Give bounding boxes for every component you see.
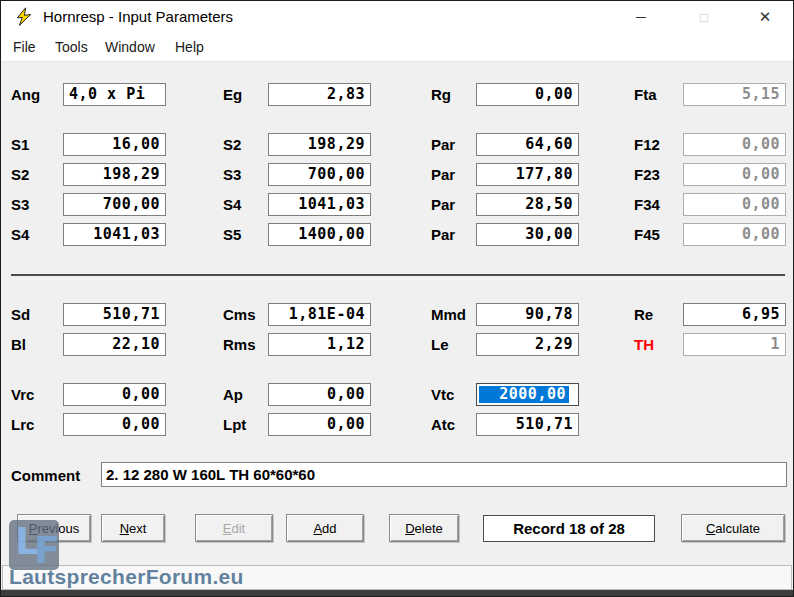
next-button-label: Next bbox=[120, 521, 147, 536]
label-cms: Cms bbox=[223, 303, 256, 326]
label-rg: Rg bbox=[431, 83, 451, 106]
field-s1[interactable]: 16,00 bbox=[63, 133, 166, 156]
menu-file[interactable]: File bbox=[11, 34, 38, 60]
label-lrc: Lrc bbox=[11, 413, 34, 436]
comment-field[interactable]: 2. 12 280 W 160L TH 60*60*60 bbox=[101, 462, 787, 487]
label-vrc: Vrc bbox=[11, 383, 34, 406]
field-s5[interactable]: 1400,00 bbox=[268, 223, 371, 246]
field-s2a[interactable]: 198,29 bbox=[268, 133, 371, 156]
window-bottom-edge bbox=[1, 590, 793, 597]
field-f23: 0,00 bbox=[683, 163, 786, 186]
label-mmd: Mmd bbox=[431, 303, 466, 326]
label-par1: Par bbox=[431, 133, 455, 156]
label-s3: S3 bbox=[11, 193, 29, 216]
label-f45: F45 bbox=[634, 223, 660, 246]
label-par4: Par bbox=[431, 223, 455, 246]
close-button[interactable]: ✕ bbox=[742, 1, 788, 33]
label-atc: Atc bbox=[431, 413, 455, 436]
window-title: Hornresp - Input Parameters bbox=[43, 1, 233, 33]
field-lrc[interactable]: 0,00 bbox=[63, 413, 166, 436]
field-f34: 0,00 bbox=[683, 193, 786, 216]
delete-button[interactable]: Delete bbox=[389, 514, 459, 542]
field-bl[interactable]: 22,10 bbox=[63, 333, 166, 356]
maximize-icon: □ bbox=[700, 10, 708, 25]
maximize-button[interactable]: □ bbox=[681, 1, 727, 33]
field-cms[interactable]: 1,81E-04 bbox=[268, 303, 371, 326]
label-rms: Rms bbox=[223, 333, 256, 356]
field-fta: 5,15 bbox=[683, 83, 786, 106]
field-atc[interactable]: 510,71 bbox=[476, 413, 579, 436]
label-lpt: Lpt bbox=[223, 413, 246, 436]
menu-tools[interactable]: Tools bbox=[53, 34, 90, 60]
field-le[interactable]: 2,29 bbox=[476, 333, 579, 356]
label-s2: S2 bbox=[11, 163, 29, 186]
lautsprecherforum-logo: L F bbox=[9, 520, 59, 570]
next-button[interactable]: Next bbox=[101, 514, 165, 542]
label-s4: S4 bbox=[11, 223, 29, 246]
field-lpt[interactable]: 0,00 bbox=[268, 413, 371, 436]
label-ang: Ang bbox=[11, 83, 40, 106]
label-le: Le bbox=[431, 333, 449, 356]
minimize-icon: ─ bbox=[636, 9, 646, 25]
edit-button-label: Edit bbox=[223, 521, 245, 536]
field-eg[interactable]: 2,83 bbox=[268, 83, 371, 106]
field-re[interactable]: 6,95 bbox=[683, 303, 786, 326]
label-s3a: S3 bbox=[223, 163, 241, 186]
label-ap: Ap bbox=[223, 383, 243, 406]
field-vtc-selected[interactable]: 2000,00 bbox=[476, 383, 579, 406]
label-sd: Sd bbox=[11, 303, 30, 326]
field-mmd[interactable]: 90,78 bbox=[476, 303, 579, 326]
watermark-bar: LautsprecherForum.eu bbox=[2, 565, 792, 590]
label-bl: Bl bbox=[11, 333, 26, 356]
field-par1[interactable]: 64,60 bbox=[476, 133, 579, 156]
calculate-button-label: Calculate bbox=[706, 521, 760, 536]
edit-button: Edit bbox=[195, 514, 273, 542]
minimize-button[interactable]: ─ bbox=[618, 1, 664, 33]
field-rms[interactable]: 1,12 bbox=[268, 333, 371, 356]
label-fta: Fta bbox=[634, 83, 657, 106]
label-par2: Par bbox=[431, 163, 455, 186]
field-s4a[interactable]: 1041,03 bbox=[268, 193, 371, 216]
add-button-label: Add bbox=[313, 521, 336, 536]
label-s2a: S2 bbox=[223, 133, 241, 156]
menu-window[interactable]: Window bbox=[103, 34, 157, 60]
field-f45: 0,00 bbox=[683, 223, 786, 246]
label-th: TH bbox=[634, 333, 654, 356]
label-s1: S1 bbox=[11, 133, 29, 156]
field-f12: 0,00 bbox=[683, 133, 786, 156]
label-re: Re bbox=[634, 303, 653, 326]
field-par2[interactable]: 177,80 bbox=[476, 163, 579, 186]
field-s3a[interactable]: 700,00 bbox=[268, 163, 371, 186]
title-bar: Hornresp - Input Parameters ─ □ ✕ bbox=[1, 1, 793, 33]
field-vtc-selection: 2000,00 bbox=[479, 386, 569, 403]
field-rg[interactable]: 0,00 bbox=[476, 83, 579, 106]
close-icon: ✕ bbox=[759, 8, 772, 26]
label-s4a: S4 bbox=[223, 193, 241, 216]
field-par4[interactable]: 30,00 bbox=[476, 223, 579, 246]
field-s2[interactable]: 198,29 bbox=[63, 163, 166, 186]
window-header: Hornresp - Input Parameters ─ □ ✕ File T… bbox=[1, 1, 793, 62]
logo-letter-f: F bbox=[34, 531, 60, 569]
add-button[interactable]: Add bbox=[286, 514, 364, 542]
field-s3[interactable]: 700,00 bbox=[63, 193, 166, 216]
calculate-button[interactable]: Calculate bbox=[681, 514, 785, 542]
label-f12: F12 bbox=[634, 133, 660, 156]
field-sd[interactable]: 510,71 bbox=[63, 303, 166, 326]
hornresp-window: Hornresp - Input Parameters ─ □ ✕ File T… bbox=[0, 0, 794, 597]
delete-button-label: Delete bbox=[405, 521, 443, 536]
label-vtc: Vtc bbox=[431, 383, 454, 406]
field-th: 1 bbox=[683, 333, 786, 356]
section-divider bbox=[11, 274, 785, 276]
field-par3[interactable]: 28,50 bbox=[476, 193, 579, 216]
label-par3: Par bbox=[431, 193, 455, 216]
label-eg: Eg bbox=[223, 83, 242, 106]
field-ang[interactable]: 4,0 x Pi bbox=[63, 83, 166, 106]
field-vrc[interactable]: 0,00 bbox=[63, 383, 166, 406]
field-s4[interactable]: 1041,03 bbox=[63, 223, 166, 246]
record-indicator: Record 18 of 28 bbox=[483, 515, 655, 542]
label-f34: F34 bbox=[634, 193, 660, 216]
field-ap[interactable]: 0,00 bbox=[268, 383, 371, 406]
menu-help[interactable]: Help bbox=[173, 34, 206, 60]
label-f23: F23 bbox=[634, 163, 660, 186]
label-s5: S5 bbox=[223, 223, 241, 246]
